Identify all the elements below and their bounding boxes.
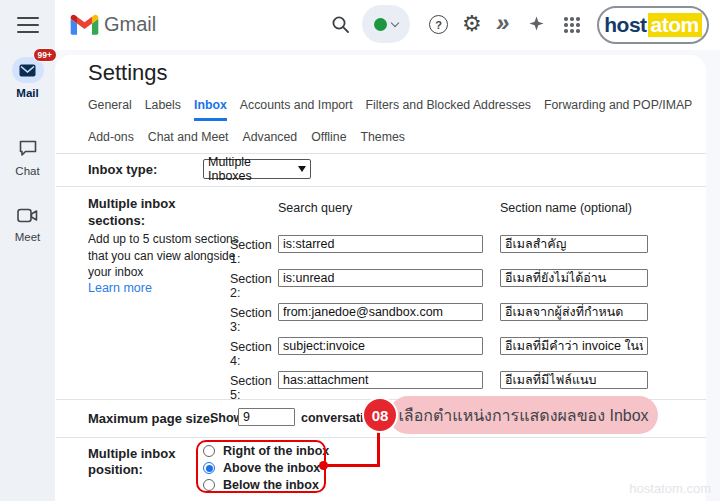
gmail-logo-icon bbox=[70, 13, 99, 36]
divider bbox=[56, 153, 706, 154]
tab-chat-and-meet[interactable]: Chat and Meet bbox=[148, 130, 229, 150]
multiple-inbox-position-label-line2: position: bbox=[88, 462, 143, 477]
annotation-connector-line-h bbox=[326, 464, 379, 467]
tab-offline[interactable]: Offline bbox=[311, 130, 346, 150]
tab-labels[interactable]: Labels bbox=[145, 98, 181, 121]
multiple-inbox-position-label-line1: Multiple inbox bbox=[88, 446, 175, 461]
help-icon[interactable]: ? bbox=[429, 15, 448, 34]
section-5-query-input[interactable] bbox=[278, 371, 483, 389]
settings-gear-icon[interactable]: ⚙ bbox=[462, 11, 482, 37]
section-1-query-input[interactable] bbox=[278, 235, 483, 253]
radio-below-the-inbox[interactable]: Below the inbox bbox=[203, 478, 319, 492]
logo-atom-text: atom bbox=[648, 13, 702, 37]
maximum-page-size-label: Maximum page size: bbox=[88, 411, 214, 426]
radio-label: Below the inbox bbox=[223, 478, 319, 492]
section-4-name-input[interactable] bbox=[500, 337, 648, 355]
page-size-input[interactable] bbox=[238, 408, 295, 426]
multiple-inbox-sections-label: Multiple inbox sections: bbox=[88, 195, 208, 229]
select-arrow-icon bbox=[298, 166, 306, 172]
sidebar-item-chat[interactable]: Chat bbox=[0, 140, 55, 177]
section-1-label: Section 1: bbox=[230, 238, 272, 266]
chat-icon bbox=[19, 140, 37, 157]
tab-advanced[interactable]: Advanced bbox=[242, 130, 297, 150]
section-2-query-input[interactable] bbox=[278, 269, 483, 287]
section-3-query-input[interactable] bbox=[278, 303, 483, 321]
gemini-sparkle-icon[interactable] bbox=[528, 15, 545, 32]
app-name: Gmail bbox=[104, 13, 156, 36]
column-header-section-name: Section name (optional) bbox=[500, 201, 632, 215]
radio-right-of-the-inbox[interactable]: Right of the inbox bbox=[203, 444, 329, 458]
status-active-icon bbox=[374, 18, 387, 31]
meet-icon bbox=[17, 208, 38, 223]
annotation-connector-line-v bbox=[377, 430, 380, 467]
sections-description: Add up to 5 custom sections that you can… bbox=[88, 231, 243, 281]
sidebar-item-meet[interactable]: Meet bbox=[0, 208, 55, 243]
apps-grid-icon[interactable] bbox=[564, 17, 580, 33]
annotation-callout: เลือกตำแหน่งการแสดงผลของ Inbox bbox=[389, 396, 658, 434]
unread-count-badge: 99+ bbox=[33, 48, 57, 62]
annotation-step-badge: 08 bbox=[362, 397, 398, 433]
mail-pill: 99+ bbox=[12, 57, 44, 83]
tab-themes[interactable]: Themes bbox=[361, 130, 405, 150]
inbox-type-value: Multiple Inboxes bbox=[208, 155, 298, 183]
sidebar-label-meet: Meet bbox=[0, 231, 55, 243]
tab-add-ons[interactable]: Add-ons bbox=[88, 130, 134, 150]
sidebar-label-chat: Chat bbox=[0, 165, 55, 177]
search-icon[interactable] bbox=[331, 15, 350, 34]
divider bbox=[56, 186, 706, 187]
section-4-query-input[interactable] bbox=[278, 337, 483, 355]
section-2-name-input[interactable] bbox=[500, 269, 648, 287]
section-5-name-input[interactable] bbox=[500, 371, 648, 389]
section-1-name-input[interactable] bbox=[500, 235, 648, 253]
divider bbox=[56, 437, 706, 438]
section-3-name-input[interactable] bbox=[500, 303, 648, 321]
learn-more-link[interactable]: Learn more bbox=[88, 281, 152, 295]
hamburger-menu-icon[interactable] bbox=[17, 17, 39, 33]
page-title: Settings bbox=[88, 60, 168, 86]
sidebar-label-mail: Mail bbox=[0, 87, 55, 99]
section-3-label: Section 3: bbox=[230, 306, 272, 334]
mail-icon bbox=[19, 64, 36, 77]
column-header-search-query: Search query bbox=[278, 201, 352, 215]
logo-host-text: host bbox=[604, 13, 646, 37]
section-4-label: Section 4: bbox=[230, 340, 272, 368]
inbox-type-select[interactable]: Multiple Inboxes bbox=[203, 159, 311, 179]
account-status-button[interactable] bbox=[362, 5, 410, 43]
radio-icon bbox=[203, 462, 215, 474]
tab-filters-and-blocked-addresses[interactable]: Filters and Blocked Addresses bbox=[366, 98, 531, 121]
section-2-label: Section 2: bbox=[230, 272, 272, 300]
radio-icon bbox=[203, 479, 215, 491]
radio-above-the-inbox[interactable]: Above the inbox bbox=[203, 461, 320, 475]
tab-inbox[interactable]: Inbox bbox=[194, 98, 227, 121]
tab-general[interactable]: General bbox=[88, 98, 132, 121]
watermark: hostatom.com bbox=[629, 481, 711, 496]
inbox-type-label: Inbox type: bbox=[88, 162, 157, 177]
radio-icon bbox=[203, 445, 215, 457]
radio-label: Above the inbox bbox=[223, 461, 320, 475]
chevron-down-icon bbox=[391, 18, 399, 26]
hostatom-logo: hostatom bbox=[597, 6, 709, 44]
sidebar-item-mail[interactable]: 99+ Mail bbox=[0, 57, 55, 99]
settings-tabs-row2: Add-ons Chat and Meet Advanced Offline T… bbox=[88, 130, 405, 150]
double-chevron-icon[interactable]: » bbox=[496, 9, 509, 37]
tab-accounts-and-import[interactable]: Accounts and Import bbox=[240, 98, 353, 121]
section-5-label: Section 5: bbox=[230, 374, 272, 402]
tab-forwarding-and-pop-imap[interactable]: Forwarding and POP/IMAP bbox=[544, 98, 692, 121]
settings-tabs-row1: General Labels Inbox Accounts and Import… bbox=[88, 98, 692, 121]
radio-label: Right of the inbox bbox=[223, 444, 329, 458]
